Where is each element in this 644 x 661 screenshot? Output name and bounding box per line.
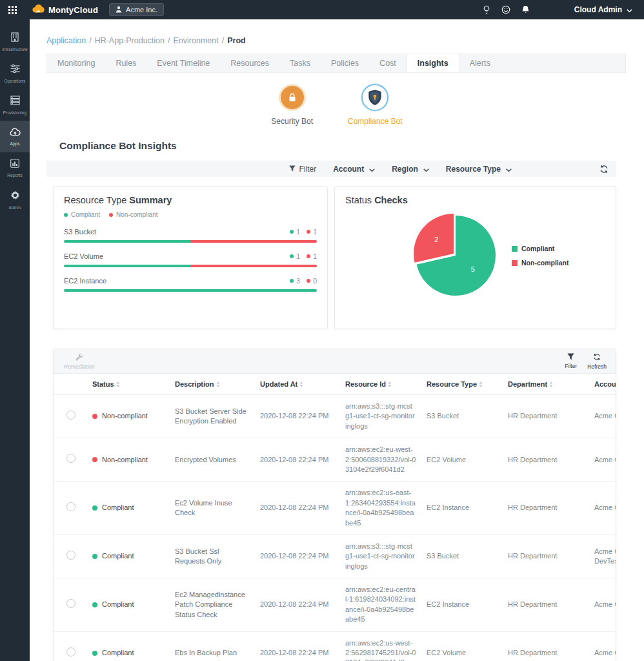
compliant-dot-icon: [290, 254, 294, 258]
sidebar-item-operations[interactable]: Operations: [0, 57, 30, 89]
account-cell: Acme C: [589, 482, 616, 535]
resource-type-dropdown[interactable]: Resource Type: [446, 165, 512, 174]
department-cell: HR Department: [503, 395, 589, 438]
updated-at-cell: 2020-12-08 22:24 PM: [255, 438, 340, 482]
legend-noncompliant: Non-compliant: [512, 259, 569, 267]
server-stack-icon: [10, 96, 20, 108]
department-cell: HR Department: [503, 482, 589, 535]
col-resource-id[interactable]: Resource Id: [340, 374, 421, 395]
breadcrumb-environment[interactable]: Environment: [174, 36, 219, 45]
compliant-swatch-icon: [512, 246, 518, 252]
pie-legend: Compliant Non-compliant: [512, 245, 569, 267]
sort-icon: [216, 381, 220, 387]
account-cell: Acme C: [589, 395, 616, 438]
col-status[interactable]: Status: [87, 374, 170, 395]
sidebar-item-label: Apps: [10, 141, 19, 146]
account-cell: Acme C: [589, 578, 616, 632]
bar-compliant-segment: [64, 240, 190, 243]
refresh-icon[interactable]: [599, 165, 609, 174]
updated-at-cell: 2020-12-08 22:24 PM: [255, 395, 340, 438]
stacked-bar: [64, 289, 317, 292]
tab-rules[interactable]: Rules: [105, 54, 146, 72]
remediation-button[interactable]: Remediation: [64, 353, 95, 370]
status-checks-pie: 52: [407, 207, 504, 305]
description-cell: Ebs In Backup Plan: [170, 631, 255, 661]
tab-policies[interactable]: Policies: [321, 54, 369, 72]
region-dropdown[interactable]: Region: [392, 165, 429, 174]
table-scroll-area: Status Description Updated At Resource I…: [54, 374, 616, 661]
compliant-dot-icon: [290, 230, 294, 234]
row-radio[interactable]: [66, 454, 75, 463]
bar-noncompliant-segment: [190, 265, 317, 267]
lightbulb-icon[interactable]: [483, 5, 490, 15]
breadcrumb-separator: /: [222, 36, 224, 45]
wrench-icon: [75, 353, 83, 362]
row-radio[interactable]: [66, 502, 75, 511]
funnel-icon: [567, 353, 574, 361]
description-cell: Encrypted Volumes: [170, 438, 255, 482]
table-refresh-button[interactable]: Refresh: [587, 353, 607, 370]
security-bot-label: Security Bot: [271, 117, 313, 126]
col-account[interactable]: Account: [589, 374, 616, 395]
user-menu[interactable]: Cloud Admin: [574, 5, 632, 14]
tab-insights[interactable]: Insights: [407, 54, 459, 72]
tab-monitoring[interactable]: Monitoring: [47, 54, 105, 72]
resource-type-cell: EC2 Instance: [421, 482, 503, 535]
description-cell: S3 Bucket Ssl Requests Only: [170, 534, 255, 578]
tab-cost[interactable]: Cost: [369, 54, 407, 72]
breadcrumb-app-name[interactable]: HR-App-Production: [95, 36, 165, 45]
resource-type-summary-card: Resource Type Summary Compliant Non-comp…: [53, 186, 328, 329]
col-department[interactable]: Department: [503, 374, 589, 395]
chevron-down-icon: [423, 165, 429, 174]
account-dropdown[interactable]: Account: [333, 165, 375, 174]
sort-icon: [116, 381, 120, 387]
compliant-count: 1: [290, 252, 300, 260]
org-switcher-button[interactable]: Acme Inc.: [109, 3, 164, 16]
app-grid-icon[interactable]: [8, 6, 17, 14]
row-radio[interactable]: [66, 551, 75, 560]
col-description[interactable]: Description: [170, 374, 255, 395]
security-bot-button[interactable]: Security Bot: [271, 84, 313, 126]
tab-alerts[interactable]: Alerts: [459, 54, 501, 72]
breadcrumb-application-link[interactable]: Application: [46, 36, 86, 45]
org-name: Acme Inc.: [126, 6, 157, 14]
sidebar-item-reports[interactable]: Reports: [0, 152, 30, 184]
tab-tasks[interactable]: Tasks: [279, 54, 321, 72]
row-radio[interactable]: [66, 411, 75, 420]
funnel-icon: [289, 165, 296, 174]
resource-type-cell: EC2 Volume: [421, 438, 503, 482]
noncompliant-count: 1: [307, 228, 317, 236]
table-row: Compliant S3 Bucket Ssl Requests Only 20…: [54, 534, 616, 578]
legend-noncompliant: Non-compliant: [109, 211, 157, 218]
sidebar-item-admin[interactable]: Admin: [0, 184, 30, 216]
compliance-bot-label: Compliance Bot: [348, 117, 403, 126]
tab-resources[interactable]: Resources: [220, 54, 279, 72]
row-radio[interactable]: [66, 599, 75, 608]
account-cell: Acme C: [589, 631, 616, 661]
feedback-smiley-icon[interactable]: [501, 5, 510, 14]
department-cell: HR Department: [503, 534, 589, 578]
legend-compliant: Compliant: [64, 211, 100, 218]
montycloud-logo[interactable]: MontyCloud: [32, 4, 98, 15]
sidebar-item-apps[interactable]: Apps: [0, 121, 30, 152]
row-radio[interactable]: [66, 647, 75, 656]
department-cell: HR Department: [503, 631, 589, 661]
resource-type-dropdown-label: Resource Type: [446, 165, 501, 174]
sidebar-item-provisioning[interactable]: Provisioning: [0, 89, 30, 121]
notifications-bell-icon[interactable]: [521, 5, 530, 14]
legend-compliant: Compliant: [512, 245, 569, 252]
compliant-dot-icon: [290, 279, 294, 283]
compliance-bot-button[interactable]: Compliance Bot: [348, 84, 403, 126]
tab-event-timeline[interactable]: Event Timeline: [146, 54, 220, 72]
table-filter-button[interactable]: Filter: [565, 353, 577, 370]
table-row: Compliant Ec2 Volume Inuse Check 2020-12…: [54, 482, 616, 535]
col-updated-at[interactable]: Updated At: [255, 374, 340, 395]
sidebar-item-label: Provisioning: [3, 110, 27, 115]
filter-toggle[interactable]: Filter: [289, 165, 317, 174]
compliance-table-card: Remediation Filter Refresh: [53, 349, 616, 661]
sidebar-item-infrastructure[interactable]: Infrastructure: [0, 26, 30, 57]
noncompliant-dot-icon: [307, 230, 310, 234]
filter-bar: Filter Account Region Resource Type: [46, 161, 616, 177]
col-resource-type[interactable]: Resource Type: [421, 374, 503, 395]
sort-icon: [549, 381, 553, 387]
